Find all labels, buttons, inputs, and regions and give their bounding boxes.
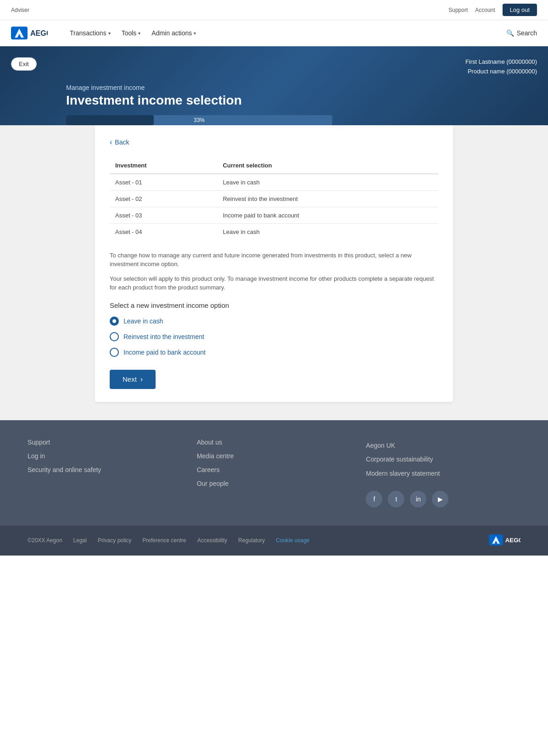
footer-col-2: About usMedia centreCareersOur people (197, 439, 352, 507)
footer-bottom: ©20XX AegonLegalPrivacy policyPreference… (0, 526, 548, 556)
svg-text:AEGON: AEGON (505, 537, 520, 544)
top-bar: Adviser Support Account Log out (0, 0, 548, 20)
support-link[interactable]: Support (448, 7, 468, 13)
investment-cell: Asset - 03 (110, 207, 217, 223)
footer-bottom-link-accessibility[interactable]: Accessibility (197, 537, 227, 544)
page-title: Investment income selection (66, 93, 482, 108)
footer-bottom-link-preference-centre[interactable]: Preference centre (142, 537, 186, 544)
progress-label: 33% (194, 117, 205, 123)
hero-content: Manage investment income Investment inco… (11, 84, 537, 125)
back-link[interactable]: ‹ Back (110, 138, 438, 146)
radio-circle-2 (110, 348, 119, 357)
search-icon: 🔍 (506, 29, 514, 37)
footer-link-our-people[interactable]: Our people (197, 480, 352, 487)
radio-label-1: Reinvest into the investment (123, 333, 204, 340)
selection-cell: Reinvest into the investment (217, 190, 438, 207)
product-name: Product name (00000000) (465, 67, 537, 77)
investment-cell: Asset - 02 (110, 190, 217, 207)
hero-section: Exit First Lastname (00000000) Product n… (0, 46, 548, 125)
nav-tools[interactable]: Tools ▾ (122, 29, 141, 37)
transactions-chevron-icon: ▾ (108, 31, 111, 36)
nav-admin-actions[interactable]: Admin actions ▾ (151, 29, 196, 37)
content-card: ‹ Back Investment Current selection Asse… (95, 125, 453, 402)
youtube-icon[interactable]: ▶ (432, 491, 448, 507)
tools-chevron-icon: ▾ (138, 31, 140, 36)
radio-option-2[interactable]: Income paid to bank account (110, 348, 438, 357)
footer-bottom-link-privacy-policy[interactable]: Privacy policy (98, 537, 131, 544)
next-arrow-icon: › (140, 375, 143, 384)
hero-top: Exit First Lastname (00000000) Product n… (11, 57, 537, 77)
admin-chevron-icon: ▾ (194, 31, 196, 36)
radio-circle-1 (110, 332, 119, 341)
info-text-1: To change how to manage any current and … (110, 251, 438, 269)
radio-options: Leave in cash Reinvest into the investme… (110, 317, 438, 357)
main-content: ‹ Back Investment Current selection Asse… (0, 125, 548, 420)
hero-user-info: First Lastname (00000000) Product name (… (465, 57, 537, 77)
table-row: Asset - 02 Reinvest into the investment (110, 190, 438, 207)
linkedin-icon[interactable]: in (410, 491, 426, 507)
table-row: Asset - 04 Leave in cash (110, 223, 438, 240)
radio-label-0: Leave in cash (123, 317, 163, 325)
logout-button[interactable]: Log out (503, 4, 537, 16)
footer-link-about-us[interactable]: About us (197, 439, 352, 446)
exit-button[interactable]: Exit (11, 57, 37, 71)
top-bar-right: Support Account Log out (448, 4, 537, 16)
logo[interactable]: AEGON (11, 25, 48, 41)
selection-cell: Leave in cash (217, 174, 438, 191)
footer-bottom-link-regulatory[interactable]: Regulatory (238, 537, 265, 544)
investment-table: Investment Current selection Asset - 01 … (110, 157, 438, 240)
footer-link-careers[interactable]: Careers (197, 466, 352, 473)
footer-link-aegon-uk[interactable]: Aegon UK (366, 442, 395, 449)
footer-col-3: Aegon UKCorporate sustainabilityModern s… (366, 439, 520, 507)
radio-option-1[interactable]: Reinvest into the investment (110, 332, 438, 341)
footer-col-1: SupportLog inSecurity and online safety (28, 439, 182, 507)
nav-bar: AEGON Transactions ▾ Tools ▾ Admin actio… (0, 20, 548, 46)
account-link[interactable]: Account (475, 7, 495, 13)
radio-option-0[interactable]: Leave in cash (110, 317, 438, 326)
search-button[interactable]: 🔍 Search (506, 29, 537, 37)
selection-cell: Income paid to bank account (217, 207, 438, 223)
footer-link-log-in[interactable]: Log in (28, 452, 182, 460)
user-name: First Lastname (00000000) (465, 57, 537, 67)
footer-link-security-and-online-safety[interactable]: Security and online safety (28, 466, 182, 473)
footer-main: SupportLog inSecurity and online safety … (0, 420, 548, 526)
col-investment-header: Investment (110, 157, 217, 174)
select-heading: Select a new investment income option (110, 301, 438, 309)
radio-label-2: Income paid to bank account (123, 349, 206, 356)
back-arrow-icon: ‹ (110, 138, 112, 146)
footer-link-media-centre[interactable]: Media centre (197, 452, 352, 460)
nav-transactions[interactable]: Transactions ▾ (70, 29, 111, 37)
footer-link-corporate-sustainability[interactable]: Corporate sustainability (366, 456, 433, 463)
info-text-2: Your selection will apply to this produc… (110, 274, 438, 292)
radio-circle-0 (110, 317, 119, 326)
footer-bottom-link-©20xx-aegon[interactable]: ©20XX Aegon (28, 537, 62, 544)
table-row: Asset - 03 Income paid to bank account (110, 207, 438, 223)
progress-bar: 33% (66, 115, 332, 125)
svg-text:AEGON: AEGON (30, 29, 48, 37)
progress-bar-fill (66, 115, 154, 125)
footer-link-modern-slavery-statement[interactable]: Modern slavery statement (366, 470, 440, 477)
adviser-label: Adviser (11, 7, 29, 13)
twitter-icon[interactable]: t (388, 491, 404, 507)
social-icons: ftin▶ (366, 491, 520, 507)
footer-bottom-link-legal[interactable]: Legal (73, 537, 87, 544)
manage-label: Manage investment income (66, 84, 482, 91)
table-row: Asset - 01 Leave in cash (110, 174, 438, 191)
selection-cell: Leave in cash (217, 223, 438, 240)
col-selection-header: Current selection (217, 157, 438, 174)
next-button[interactable]: Next › (110, 370, 156, 389)
investment-cell: Asset - 01 (110, 174, 217, 191)
facebook-icon[interactable]: f (366, 491, 382, 507)
footer-bottom-link-cookie-usage[interactable]: Cookie usage (276, 537, 309, 544)
investment-cell: Asset - 04 (110, 223, 217, 240)
footer-link-support[interactable]: Support (28, 439, 182, 446)
footer-logo: AEGON (488, 533, 520, 548)
nav-links: Transactions ▾ Tools ▾ Admin actions ▾ (70, 29, 492, 37)
